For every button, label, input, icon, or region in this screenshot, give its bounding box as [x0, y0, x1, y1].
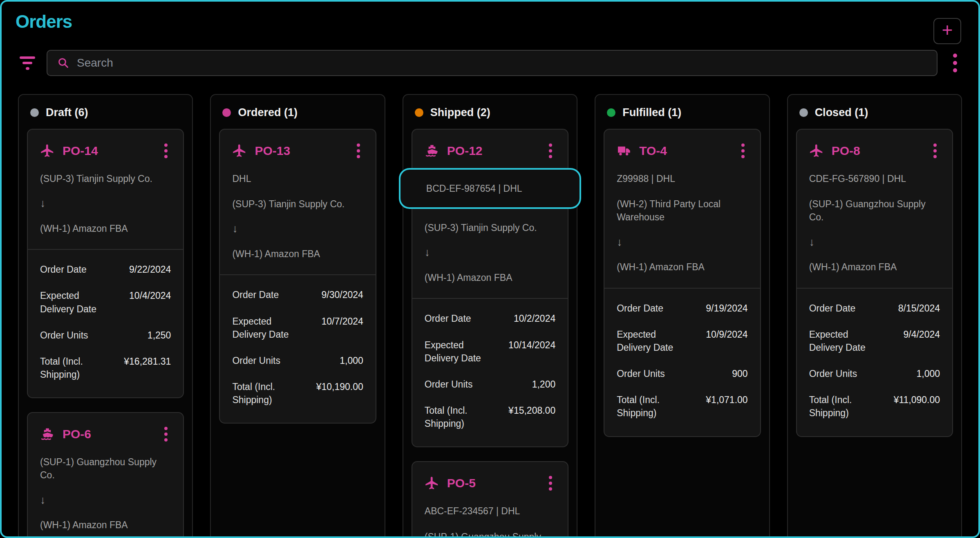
detail-label: Order Units: [232, 354, 297, 367]
order-details: Order Date8/15/2024 Expected Delivery Da…: [796, 288, 953, 424]
status-dot: [607, 108, 615, 117]
column-draft: Draft (6) PO-14 (SUP-3) Tianjin Supply C…: [18, 94, 193, 538]
detail-value: ¥15,208.00: [494, 404, 555, 417]
detail-value: 1,000: [302, 354, 363, 367]
route-from: (SUP-3) Tianjin Supply Co.: [425, 221, 555, 234]
order-details: Order Date9/22/2024 Expected Delivery Da…: [27, 249, 184, 385]
order-card-po-12[interactable]: PO-12 BCD-EF-987654 | DHL (SUP-3) Tianji…: [412, 129, 568, 447]
detail-label: Total (Incl. Shipping): [617, 393, 681, 419]
toolbar: [19, 50, 962, 76]
order-card-po-6[interactable]: PO-6 (SUP-1) Guangzhou Supply Co. ↓ (WH-…: [27, 412, 184, 538]
tracking-highlight[interactable]: BCD-EF-987654 | DHL: [399, 168, 581, 209]
detail-label: Total (Incl. Shipping): [425, 404, 489, 430]
ship-icon: [40, 427, 55, 442]
order-card-po-8[interactable]: PO-8 CDE-FG-567890 | DHL (SUP-1) Guangzh…: [796, 129, 953, 437]
order-id: TO-4: [639, 144, 730, 158]
board-options-button[interactable]: [948, 51, 962, 75]
order-details: Order Date10/2/2024 Expected Delivery Da…: [412, 298, 568, 434]
tracking-info: CDE-FG-567890 | DHL: [809, 172, 940, 185]
route-to: (WH-1) Amazon FBA: [809, 260, 940, 273]
kebab-icon: [549, 476, 552, 479]
card-menu-button[interactable]: [546, 474, 555, 492]
filter-button[interactable]: [19, 55, 36, 72]
detail-label: Order Date: [617, 302, 681, 315]
detail-label: Order Units: [617, 367, 681, 380]
detail-value: 9/4/2024: [879, 328, 940, 341]
detail-label: Total (Incl. Shipping): [232, 380, 297, 406]
column-label: Closed (1): [815, 106, 868, 119]
detail-value: ¥11,090.00: [879, 393, 940, 406]
card-menu-button[interactable]: [930, 142, 940, 160]
card-menu-button[interactable]: [161, 142, 171, 160]
kanban-board: Draft (6) PO-14 (SUP-3) Tianjin Supply C…: [2, 94, 978, 538]
status-dot: [799, 108, 808, 117]
kebab-icon: [549, 143, 552, 147]
status-dot: [415, 108, 423, 117]
tracking-info: DHL: [232, 172, 363, 185]
search-icon: [57, 57, 69, 69]
order-id: PO-8: [832, 144, 922, 158]
order-id: PO-6: [63, 427, 153, 441]
plane-icon: [232, 143, 247, 158]
order-card-po-5[interactable]: PO-5 ABC-EF-234567 | DHL (SUP-1) Guangzh…: [412, 461, 568, 538]
detail-value: ¥10,190.00: [302, 380, 363, 393]
detail-label: Order Units: [40, 329, 105, 342]
tracking-info: ABC-EF-234567 | DHL: [425, 504, 555, 518]
detail-label: Expected Delivery Date: [425, 338, 489, 365]
arrow-down-icon: ↓: [40, 196, 171, 211]
filter-icon: [20, 56, 35, 59]
column-header: Draft (6): [27, 95, 184, 129]
detail-label: Expected Delivery Date: [617, 328, 681, 354]
order-card-po-14[interactable]: PO-14 (SUP-3) Tianjin Supply Co. ↓ (WH-1…: [27, 129, 184, 398]
detail-label: Order Date: [40, 263, 105, 276]
plane-icon: [425, 476, 439, 491]
kebab-icon: [933, 143, 937, 147]
card-menu-button[interactable]: [738, 142, 748, 160]
page-title: Orders: [16, 11, 962, 32]
detail-label: Order Date: [425, 312, 489, 325]
column-header: Fulfilled (1): [604, 95, 761, 129]
search-box: [47, 50, 937, 76]
detail-label: Order Units: [425, 378, 489, 391]
search-input[interactable]: [76, 56, 927, 70]
plus-icon: +: [942, 20, 953, 39]
detail-value: 9/30/2024: [302, 288, 363, 301]
column-label: Shipped (2): [430, 106, 490, 119]
route-from: (SUP-1) Guangzhou Supply Co.: [425, 530, 555, 538]
kebab-icon: [164, 427, 168, 430]
column-label: Draft (6): [46, 106, 88, 119]
order-id: PO-5: [447, 476, 538, 490]
order-card-po-13[interactable]: PO-13 DHL (SUP-3) Tianjin Supply Co. ↓ (…: [219, 129, 376, 424]
kebab-icon: [741, 143, 745, 147]
card-menu-button[interactable]: [354, 142, 363, 160]
order-id: PO-12: [447, 144, 538, 158]
route-from: (SUP-3) Tianjin Supply Co.: [232, 197, 363, 211]
detail-value: 1,000: [879, 367, 940, 380]
route-to: (WH-1) Amazon FBA: [232, 247, 363, 260]
tracking-info: Z99988 | DHL: [617, 172, 747, 185]
order-card-to-4[interactable]: TO-4 Z99988 | DHL (WH-2) Third Party Loc…: [604, 129, 761, 437]
column-header: Closed (1): [796, 95, 953, 129]
add-order-button[interactable]: +: [933, 18, 961, 44]
status-dot: [222, 108, 231, 117]
route-from: (SUP-1) Guangzhou Supply Co.: [809, 197, 940, 224]
column-label: Ordered (1): [238, 106, 298, 119]
order-id: PO-14: [63, 144, 153, 158]
arrow-down-icon: ↓: [40, 493, 171, 508]
ship-icon: [425, 143, 439, 158]
detail-value: 1,250: [110, 329, 171, 342]
route-to: (WH-1) Amazon FBA: [617, 260, 747, 273]
detail-label: Total (Incl. Shipping): [809, 393, 874, 419]
card-menu-button[interactable]: [161, 425, 171, 443]
arrow-down-icon: ↓: [617, 235, 747, 250]
card-menu-button[interactable]: [546, 142, 555, 160]
truck-icon: [617, 143, 631, 158]
detail-label: Order Date: [809, 302, 874, 315]
column-closed: Closed (1) PO-8 CDE-FG-567890 | DHL (SUP…: [787, 94, 962, 538]
plane-icon: [809, 143, 824, 158]
column-label: Fulfilled (1): [622, 106, 681, 119]
column-header: Ordered (1): [219, 95, 376, 129]
detail-value: 8/15/2024: [879, 302, 940, 315]
arrow-down-icon: ↓: [425, 245, 555, 260]
column-shipped: Shipped (2) PO-12 BCD-EF-987654 | DHL (S…: [403, 94, 577, 538]
